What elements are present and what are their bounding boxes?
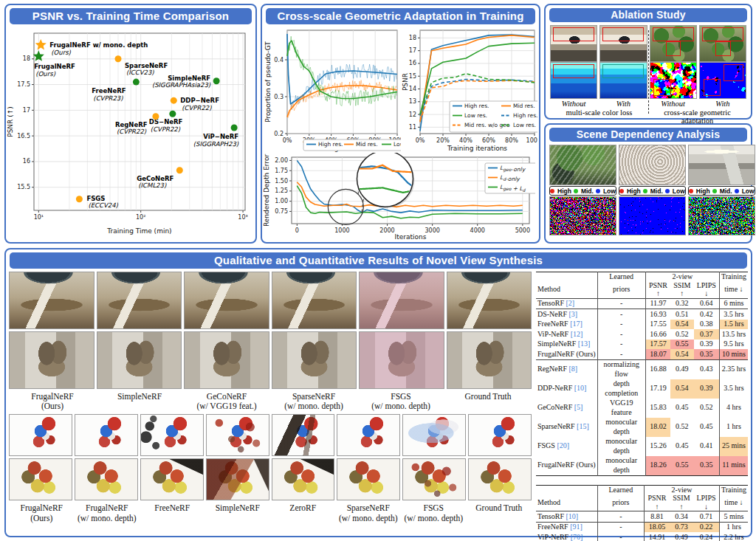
svg-text:0.4: 0.4 xyxy=(274,57,284,63)
svg-text:(Ours): (Ours) xyxy=(35,70,55,77)
novel-view-grid-llff-image xyxy=(184,331,269,389)
svg-text:DS−NeRF: DS−NeRF xyxy=(149,118,183,125)
novel-view-grid-dtu-row1 xyxy=(9,414,532,456)
metric-cell: 1 hrs xyxy=(719,418,748,437)
table-header: 2-view xyxy=(645,272,719,281)
metric-cell: 0.52 xyxy=(670,329,694,340)
metric-cell: 0.51 xyxy=(670,309,694,320)
table-header: priors xyxy=(597,494,644,511)
novel-view-grid-dtu-image xyxy=(140,414,204,456)
svg-text:High res.: High res. xyxy=(318,141,343,148)
metric-cell: 0.55 xyxy=(670,456,694,476)
method-caption: SimpleNeRF xyxy=(205,503,271,523)
ablation-error-map-4 xyxy=(699,62,746,99)
panel-title-results: Qualitative and Quantitative Results of … xyxy=(10,252,747,269)
svg-text:ViP−NeRF: ViP−NeRF xyxy=(203,133,238,140)
metric-cell: 13.5 hrs xyxy=(719,329,748,340)
method-caption: FSGS(w/ mono. depth) xyxy=(357,391,444,411)
method-caption: FrugalNeRF(w/ mono. depth) xyxy=(75,503,140,523)
panel-ablation-study: Ablation Study WithoutWithWithoutWith mu… xyxy=(544,4,752,120)
metric-cell: 0.34 xyxy=(670,511,693,523)
metric-cell: 25 mins xyxy=(719,437,748,456)
method-cell: TensoRF [10] xyxy=(536,511,597,523)
svg-text:1.00: 1.00 xyxy=(275,198,288,204)
metric-cell: 17.55 xyxy=(645,320,670,330)
svg-text:3000: 3000 xyxy=(425,227,439,234)
method-cell: FreeNeRF [91] xyxy=(536,522,597,532)
metric-cell: 18.02 xyxy=(645,418,670,437)
metric-cell: 18.05 xyxy=(645,522,670,532)
svg-text:Rendered Depth Error: Rendered Depth Error xyxy=(263,154,270,227)
table-header xyxy=(536,485,597,494)
prior-cell: - xyxy=(597,532,644,541)
table-header: LPIPS ↓ xyxy=(693,494,719,511)
novel-view-grid-llff-image xyxy=(272,331,357,389)
prior-cell: - xyxy=(597,522,644,532)
method-cell: SimpleNeRF [13] xyxy=(536,340,597,350)
ablation-column: With xyxy=(599,25,647,108)
prior-cell: - xyxy=(597,349,645,359)
novel-view-grid-llff-image xyxy=(359,331,444,389)
metric-cell: 17.57 xyxy=(645,340,670,350)
legend-label: Mid. xyxy=(720,187,732,195)
svg-text:Mid res.: Mid res. xyxy=(513,103,535,109)
paper-figure: PSNR vs. Training Time Comparison 10¹10²… xyxy=(0,0,756,541)
svg-text:17: 17 xyxy=(408,47,416,54)
svg-text:DDP−NeRF: DDP−NeRF xyxy=(180,97,219,104)
table-header: PSNR ↑ xyxy=(645,281,670,299)
ablation-photo-2 xyxy=(599,25,647,62)
svg-text:16: 16 xyxy=(23,158,30,165)
metric-cell: 0.35 xyxy=(694,456,720,476)
ablation-photo-4 xyxy=(699,25,746,62)
method-caption: FreeNeRF xyxy=(140,503,205,523)
method-cell: FrugalNeRF (Ours) xyxy=(536,349,597,359)
table-header: SSIM ↑ xyxy=(670,281,694,299)
resolution-map-1 xyxy=(549,196,616,235)
novel-view-grid-llff-row2 xyxy=(9,331,532,389)
metric-cell: 5 mins xyxy=(719,511,748,523)
svg-text:Training iterations: Training iterations xyxy=(446,145,506,152)
legend-dot xyxy=(550,189,554,193)
svg-text:(SIGGRAPHAsia23): (SIGGRAPHAsia23) xyxy=(152,81,211,89)
novel-view-grid-dtu-image xyxy=(272,458,335,500)
prior-cell: - xyxy=(597,511,644,523)
metric-cell: 1 hrs xyxy=(719,522,748,532)
metric-cell: 0.54 xyxy=(670,349,694,359)
method-cell: RegNeRF [8] xyxy=(536,359,597,379)
metric-cell: 2.2 hrs xyxy=(719,532,748,541)
svg-text:(ICCV23): (ICCV23) xyxy=(126,69,154,76)
ablation-label: Without xyxy=(650,100,697,108)
svg-text:18: 18 xyxy=(23,55,30,62)
svg-text:(CVPR22): (CVPR22) xyxy=(182,104,212,111)
legend-dot xyxy=(712,189,717,193)
legend-dot xyxy=(643,189,647,193)
svg-text:18: 18 xyxy=(408,35,416,41)
metric-cell: 11 mins xyxy=(719,456,748,476)
prior-cell: VGG19 feature xyxy=(597,399,645,418)
svg-text:100%: 100% xyxy=(526,137,537,144)
novel-view-grid-llff-image xyxy=(97,272,182,329)
svg-text:1.25: 1.25 xyxy=(275,187,288,194)
ablation-photo-3 xyxy=(650,25,697,62)
ablation-label: Without xyxy=(550,100,597,108)
svg-text:0.75: 0.75 xyxy=(275,208,288,215)
panel-cross-scale-adaptation: Cross-scale Geometric Adaptation in Trai… xyxy=(261,4,540,244)
scene-photo-1 xyxy=(549,145,616,185)
metric-cell: 0.37 xyxy=(694,329,720,340)
metric-cell: 9.5 hrs xyxy=(719,340,748,350)
svg-text:1000: 1000 xyxy=(334,227,349,234)
svg-text:0.2: 0.2 xyxy=(274,131,284,137)
svg-text:1.75: 1.75 xyxy=(275,168,288,174)
panel-psnr-vs-time: PSNR vs. Training Time Comparison 10¹10²… xyxy=(4,4,257,244)
metric-cell: 15.83 xyxy=(645,399,670,418)
table-header: Learned xyxy=(597,272,645,281)
svg-text:SparseNeRF: SparseNeRF xyxy=(125,62,168,69)
svg-text:Training Time (min): Training Time (min) xyxy=(106,227,171,235)
svg-text:GeCoNeRF: GeCoNeRF xyxy=(137,175,173,182)
svg-text:FreeNeRF: FreeNeRF xyxy=(92,87,126,94)
metric-cell: 0.22 xyxy=(693,522,719,532)
svg-text:FrugalNeRF: FrugalNeRF xyxy=(34,63,75,70)
method-cell: TensoRF [2] xyxy=(536,298,597,309)
novel-view-grid-dtu-image xyxy=(402,458,466,500)
novel-view-grid-llff-image xyxy=(447,272,532,329)
